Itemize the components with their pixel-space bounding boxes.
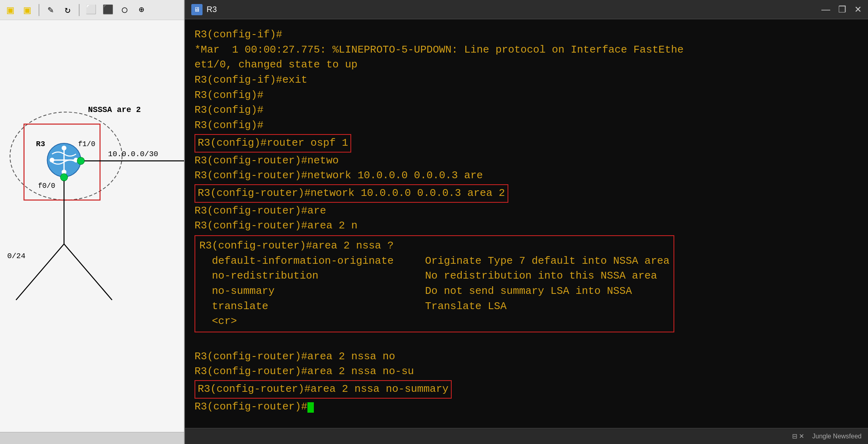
terminal-panel: 🖥 R3 — ❒ ✕ R3(config-if)# *Mar 1 00:00:2… (185, 0, 868, 444)
toolbar-icon-5[interactable]: ⬜ (84, 3, 98, 17)
toolbar: ▣ ▣ ✎ ↻ ⬜ ⬛ ◯ ⊕ (0, 0, 184, 20)
restore-button[interactable]: ❒ (838, 5, 846, 14)
left-statusbar (0, 432, 184, 444)
help-entry-1: default-information-originate Originate … (199, 254, 669, 269)
terminal-line-3: et1/0, changed state to up (194, 57, 858, 73)
terminal-line-11: R3(config-router)#network 10.0.0.0 0.0.0… (194, 184, 508, 203)
svg-text:10.0.0.0/30: 10.0.0.0/30 (108, 150, 158, 159)
terminal-titlebar: 🖥 R3 — ❒ ✕ (185, 0, 868, 19)
close-button[interactable]: ✕ (854, 5, 862, 14)
toolbar-icon-6[interactable]: ⬛ (100, 3, 115, 17)
terminal-line-7: R3(config)# (194, 118, 858, 133)
help-block: R3(config-router)#area 2 nssa ? default-… (194, 235, 674, 332)
toolbar-icon-1[interactable]: ▣ (3, 3, 18, 17)
toolbar-icon-4[interactable]: ↻ (60, 3, 75, 17)
terminal-line-1: R3(config-if)# (194, 27, 858, 43)
toolbar-icon-8[interactable]: ⊕ (134, 3, 149, 17)
toolbar-icon-2[interactable]: ▣ (20, 3, 35, 17)
terminal-line-12: R3(config-router)#are (194, 204, 858, 219)
network-diagram: NSSSA are 2 R3 f1/0 (0, 20, 184, 432)
bottom-line-2: R3(config-router)#area 2 nssa no-su (194, 364, 858, 379)
terminal-line-8: R3(config)#router ospf 1 (194, 134, 351, 153)
svg-point-7 (61, 146, 66, 151)
help-prompt: R3(config-router)#area 2 nssa ? (199, 238, 669, 254)
svg-text:f1/0: f1/0 (78, 140, 95, 148)
svg-text:0/24: 0/24 (7, 252, 25, 261)
bottom-line-4: R3(config-router)# (194, 399, 858, 415)
terminal-line-13: R3(config-router)#area 2 n (194, 218, 858, 234)
terminal-line-2: *Mar 1 00:00:27.775: %LINEPROTO-5-UPDOWN… (194, 43, 858, 58)
terminal-title: 🖥 R3 (191, 4, 217, 15)
line-11-container: R3(config-router)#network 10.0.0.0 0.0.0… (194, 184, 858, 203)
bottom-line-3-container: R3(config-router)#area 2 nssa no-summary (194, 380, 858, 399)
terminal-lines: R3(config-if)# *Mar 1 00:00:27.775: %LIN… (194, 27, 858, 415)
terminal-content: R3(config-if)# *Mar 1 00:00:27.775: %LIN… (185, 19, 868, 428)
left-panel: ▣ ▣ ✎ ↻ ⬜ ⬛ ◯ ⊕ NSSSA are 2 (0, 0, 185, 444)
svg-point-10 (60, 174, 68, 181)
terminal-line-9: R3(config-router)#netwo (194, 153, 858, 169)
terminal-line-10: R3(config-router)#network 10.0.0.0 0.0.0… (194, 168, 858, 183)
help-entry-3: no-summary Do not send summary LSA into … (199, 284, 669, 299)
svg-line-18 (64, 244, 112, 300)
window-controls: — ❒ ✕ (821, 5, 862, 14)
right-statusbar: ⊟ ✕ Jungle Newsfeed (185, 428, 868, 444)
terminal-title-text: R3 (207, 5, 217, 14)
svg-point-5 (49, 158, 54, 163)
terminal-line-5: R3(config)# (194, 88, 858, 103)
terminal-line-4: R3(config-if)#exit (194, 73, 858, 88)
minimize-button[interactable]: — (821, 5, 830, 14)
empty-line (194, 334, 858, 349)
toolbar-separator-2 (79, 4, 80, 16)
line-8-container: R3(config)#router ospf 1 (194, 134, 858, 153)
statusbar-newsfeed: Jungle Newsfeed (812, 433, 862, 440)
toolbar-icon-3[interactable]: ✎ (43, 3, 58, 17)
help-entry-2: no-redistribution No redistribution into… (199, 269, 669, 284)
svg-text:R3: R3 (36, 140, 45, 149)
toolbar-icon-7[interactable]: ◯ (117, 3, 132, 17)
svg-text:f0/0: f0/0 (38, 182, 55, 190)
toolbar-separator (39, 4, 39, 16)
terminal-cursor (307, 402, 314, 413)
help-entry-5: <cr> (199, 314, 669, 329)
help-entry-4: translate Translate LSA (199, 299, 669, 314)
nsssa-label: NSSSA are 2 (88, 105, 141, 114)
bottom-line-3: R3(config-router)#area 2 nssa no-summary (194, 380, 452, 399)
terminal-app-icon: 🖥 (191, 4, 203, 15)
svg-point-9 (77, 157, 84, 165)
terminal-line-6: R3(config)# (194, 103, 858, 118)
statusbar-controls[interactable]: ⊟ ✕ (792, 432, 804, 440)
bottom-line-1: R3(config-router)#area 2 nssa no (194, 349, 858, 365)
